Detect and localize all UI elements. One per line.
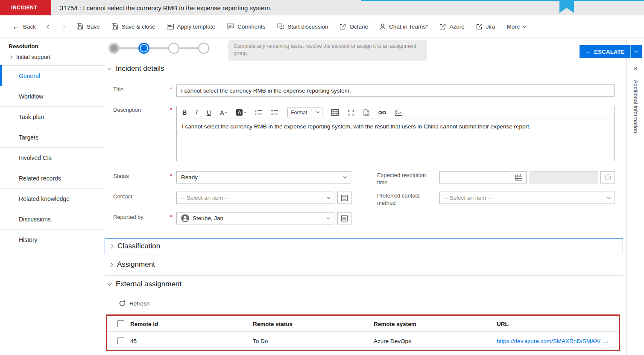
status-dropdown[interactable]: Ready	[176, 171, 351, 183]
sidebar-item-label: General	[19, 73, 40, 79]
table-icon	[331, 109, 339, 116]
save-close-icon	[111, 23, 118, 30]
sidebar-item-history[interactable]: History	[0, 230, 105, 250]
expected-resolution-date-input[interactable]	[439, 171, 510, 183]
sidebar-item-related-knowledge[interactable]: Related knowledge	[0, 189, 105, 209]
sidebar-item-label: Workflow	[19, 93, 43, 100]
previous-record-button[interactable]	[47, 25, 50, 28]
contact-browse-button[interactable]	[337, 192, 351, 204]
sidebar-item-targets[interactable]: Targets	[0, 127, 105, 148]
numbered-list-button[interactable]: 12	[255, 109, 262, 116]
select-all-checkbox[interactable]	[117, 320, 124, 327]
breadcrumb-chevron-icon	[9, 55, 12, 58]
apply-template-button[interactable]: Apply template	[167, 23, 215, 30]
sidebar-item-task-plan[interactable]: Task plan	[0, 107, 105, 127]
reported-by-browse-button[interactable]	[337, 212, 351, 224]
column-header-remote-system[interactable]: Remote system	[374, 320, 416, 327]
workflow-step-2[interactable]	[138, 43, 149, 54]
phase-breadcrumb-label: Initial support	[16, 54, 50, 60]
sidebar-item-discussions[interactable]: Discussions	[0, 209, 105, 230]
sidebar-item-related-records[interactable]: Related records	[0, 168, 105, 189]
time-picker-button[interactable]	[600, 171, 615, 183]
row-checkbox[interactable]	[117, 338, 124, 344]
save-and-close-button[interactable]: Save & close	[111, 23, 155, 30]
sidebar-item-label: Targets	[19, 134, 38, 141]
bookmark-ribbon-icon[interactable]	[559, 0, 574, 13]
back-button[interactable]: ← Back	[12, 23, 36, 30]
section-title: Incident details	[116, 64, 164, 73]
more-button[interactable]: More	[507, 23, 527, 30]
sidebar-item-general[interactable]: General	[0, 66, 105, 86]
start-discussion-button[interactable]: Start discussion	[277, 23, 328, 30]
section-assignment[interactable]: Assignment	[109, 260, 155, 269]
save-button[interactable]: Save	[76, 23, 100, 30]
highlight-color-button[interactable]: A	[236, 109, 246, 116]
column-header-url[interactable]: URL	[497, 320, 509, 327]
save-icon	[76, 23, 83, 30]
next-record-button[interactable]	[62, 25, 65, 28]
caret-icon	[225, 111, 228, 113]
chat-in-teams-label: Chat in Teams°	[389, 23, 428, 30]
contact-label: Contact	[113, 193, 132, 201]
italic-button[interactable]: I	[196, 110, 198, 116]
jira-external-icon	[476, 23, 483, 30]
collapse-section-icon	[108, 66, 112, 70]
bold-button[interactable]: B	[182, 110, 187, 116]
top-bar: INCIDENT 31754 : I cannot select the cur…	[0, 0, 644, 15]
insert-link-button[interactable]	[378, 111, 386, 115]
section-incident-details[interactable]: Incident details	[108, 64, 164, 73]
reported-by-dropdown[interactable]: Steube, Jan	[176, 212, 334, 224]
back-arrow-icon: ←	[12, 23, 20, 30]
escalate-arrow-icon: →	[585, 49, 591, 55]
title-input[interactable]	[176, 84, 615, 97]
azure-button[interactable]: Azure	[439, 23, 464, 30]
cell-remote-system: Azure DevOps	[374, 338, 411, 344]
jira-label: Jira	[486, 23, 495, 30]
comments-label: Comments	[237, 23, 265, 30]
phase-title: Resolution	[0, 38, 105, 49]
contact-dropdown[interactable]: -- Select an item --	[176, 192, 334, 204]
preferred-contact-method-dropdown[interactable]: -- Select an item --	[439, 192, 615, 204]
section-title: Assignment	[117, 260, 155, 269]
chat-in-teams-button[interactable]: Chat in Teams°	[380, 23, 428, 30]
expand-panel-icon[interactable]: «	[627, 64, 644, 72]
sidebar-item-label: Discussions	[19, 216, 51, 223]
sidebar-item-involved-cis[interactable]: Involved CIs	[0, 148, 105, 168]
top-accent-line	[361, 0, 644, 1]
insert-table-button[interactable]	[331, 109, 339, 116]
comments-button[interactable]: Comments	[227, 23, 265, 30]
sidebar-item-workflow[interactable]: Workflow	[0, 86, 105, 107]
sidebar-item-label: Related records	[19, 175, 61, 182]
expand-section-icon	[109, 262, 113, 267]
workflow-step-3[interactable]	[168, 43, 179, 54]
jira-button[interactable]: Jira	[476, 23, 495, 30]
app-window: INCIDENT 31754 : I cannot select the cur…	[0, 0, 644, 355]
browse-list-icon	[341, 215, 348, 221]
date-picker-button[interactable]	[511, 171, 527, 183]
octane-button[interactable]: Octane	[340, 23, 368, 30]
refresh-button[interactable]: Refresh	[119, 300, 149, 307]
escalate-button[interactable]: → ESCALATE	[580, 45, 630, 58]
underline-button[interactable]: U	[207, 110, 211, 116]
workflow-step-1[interactable]	[108, 43, 120, 54]
chevron-down-icon	[316, 110, 319, 113]
more-label: More	[507, 23, 520, 30]
description-text[interactable]: I cannot select the currency RMB in the …	[177, 119, 614, 135]
maximize-editor-button[interactable]	[348, 109, 354, 116]
caret-icon	[243, 111, 246, 113]
cell-url-link[interactable]: https://dev.azure.com/SMAXRnD/SMAX/_...	[497, 338, 609, 344]
workflow-step-4[interactable]	[198, 43, 209, 54]
escalate-dropdown-button[interactable]	[630, 45, 642, 58]
font-color-button[interactable]: A	[220, 110, 227, 116]
insert-image-button[interactable]	[395, 110, 402, 116]
bullet-list-button[interactable]	[271, 109, 278, 116]
record-type-badge: INCIDENT	[0, 0, 51, 15]
column-header-remote-status[interactable]: Remote status	[253, 320, 293, 327]
column-header-remote-id[interactable]: Remote id	[130, 320, 158, 327]
section-external-assignment[interactable]: External assignment	[108, 280, 181, 288]
phase-breadcrumb[interactable]: Initial support	[0, 49, 105, 66]
section-classification[interactable]: Classification	[105, 238, 623, 254]
required-mark: *	[170, 172, 172, 179]
source-code-button[interactable]	[363, 109, 369, 116]
format-dropdown[interactable]: Format	[287, 108, 322, 117]
